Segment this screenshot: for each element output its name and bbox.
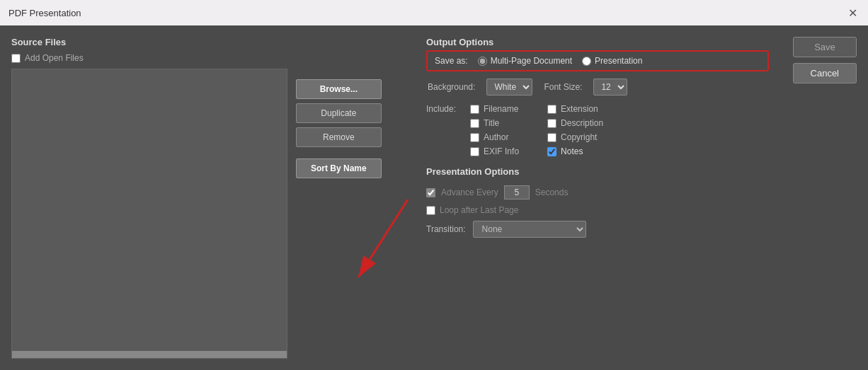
filename-label: Filename xyxy=(484,104,518,114)
duplicate-button[interactable]: Duplicate xyxy=(296,103,382,123)
background-label: Background: xyxy=(428,82,475,92)
source-files-label: Source Files xyxy=(11,37,287,47)
dialog-title: PDF Presentation xyxy=(8,8,81,18)
left-section: Source Files Add Open Files Browse... Du… xyxy=(11,37,415,359)
include-section: Include: Filename Extension xyxy=(426,104,769,156)
browse-button[interactable]: Browse... xyxy=(296,79,382,99)
title-bar: PDF Presentation ✕ xyxy=(0,0,868,25)
title-checkbox[interactable] xyxy=(470,119,479,128)
include-exif-info: EXIF Info xyxy=(470,146,526,156)
options-section: Output Options Save as: Multi-Page Docum… xyxy=(426,37,769,238)
remove-button[interactable]: Remove xyxy=(296,127,382,147)
include-description: Description xyxy=(547,118,603,128)
top-right: Output Options Save as: Multi-Page Docum… xyxy=(426,37,857,238)
advance-label: Advance Every xyxy=(441,187,498,197)
notes-label: Notes xyxy=(561,146,583,156)
add-open-files-row: Add Open Files xyxy=(11,53,287,63)
loop-row: Loop after Last Page xyxy=(426,205,769,215)
extension-label: Extension xyxy=(561,104,598,114)
include-grid: Filename Extension Title xyxy=(463,104,603,156)
cancel-button[interactable]: Cancel xyxy=(793,63,857,83)
advance-row: Advance Every Seconds xyxy=(426,185,769,200)
extension-checkbox[interactable] xyxy=(547,105,556,114)
output-options-title: Output Options xyxy=(426,37,769,47)
presentation-radio[interactable] xyxy=(582,57,591,66)
include-author: Author xyxy=(470,132,526,142)
background-dropdown[interactable]: White xyxy=(486,79,532,96)
save-button[interactable]: Save xyxy=(793,37,857,57)
close-button[interactable]: ✕ xyxy=(845,6,860,20)
presentation-options-title: Presentation Options xyxy=(426,166,769,177)
include-notes: Notes xyxy=(547,146,603,156)
transition-label: Transition: xyxy=(426,224,466,234)
author-label: Author xyxy=(484,132,508,142)
add-open-files-checkbox[interactable] xyxy=(11,54,21,63)
add-open-files-label: Add Open Files xyxy=(25,53,84,63)
file-area-container: Source Files Add Open Files xyxy=(11,37,287,359)
description-checkbox[interactable] xyxy=(547,119,556,128)
pdf-presentation-dialog: PDF Presentation ✕ Source Files Add Open… xyxy=(0,0,868,370)
description-label: Description xyxy=(561,118,603,128)
exif-label: EXIF Info xyxy=(484,146,519,156)
seconds-label: Seconds xyxy=(535,187,569,197)
action-buttons: Save Cancel xyxy=(793,37,857,83)
right-panel: Output Options Save as: Multi-Page Docum… xyxy=(426,37,857,359)
file-list-area xyxy=(11,69,287,359)
font-size-label: Font Size: xyxy=(544,82,582,92)
copyright-label: Copyright xyxy=(561,132,597,142)
transition-dropdown[interactable]: None xyxy=(473,221,586,238)
side-buttons: Browse... Duplicate Remove Sort By Name xyxy=(287,37,382,359)
copyright-checkbox[interactable] xyxy=(547,133,556,142)
scrollbar-bottom[interactable] xyxy=(12,351,287,358)
include-row: Include: Filename Extension xyxy=(426,104,769,156)
dialog-body: Source Files Add Open Files Browse... Du… xyxy=(0,25,868,370)
author-checkbox[interactable] xyxy=(470,133,479,142)
save-as-row: Save as: Multi-Page Document Presentatio… xyxy=(426,50,769,71)
notes-checkbox[interactable] xyxy=(547,147,556,156)
advance-checkbox[interactable] xyxy=(426,188,435,197)
include-label: Include: xyxy=(426,104,456,114)
include-title: Title xyxy=(470,118,526,128)
title-label: Title xyxy=(484,118,499,128)
advance-seconds-input[interactable] xyxy=(504,185,530,200)
save-as-label: Save as: xyxy=(435,56,468,66)
include-extension: Extension xyxy=(547,104,603,114)
include-filename: Filename xyxy=(470,104,526,114)
exif-checkbox[interactable] xyxy=(470,147,479,156)
font-size-dropdown[interactable]: 12 xyxy=(593,79,627,96)
bg-font-row: Background: White Font Size: 12 xyxy=(426,79,769,96)
presentation-option[interactable]: Presentation xyxy=(582,56,642,66)
loop-label: Loop after Last Page xyxy=(440,205,518,215)
multi-page-label: Multi-Page Document xyxy=(491,56,572,66)
multi-page-radio[interactable] xyxy=(478,57,487,66)
loop-checkbox[interactable] xyxy=(426,206,435,215)
presentation-options-section: Presentation Options Advance Every Secon… xyxy=(426,166,769,238)
include-copyright: Copyright xyxy=(547,132,603,142)
sort-by-name-button[interactable]: Sort By Name xyxy=(296,158,382,178)
filename-checkbox[interactable] xyxy=(470,105,479,114)
presentation-label: Presentation xyxy=(595,56,642,66)
multi-page-option[interactable]: Multi-Page Document xyxy=(478,56,572,66)
transition-row: Transition: None xyxy=(426,221,769,238)
